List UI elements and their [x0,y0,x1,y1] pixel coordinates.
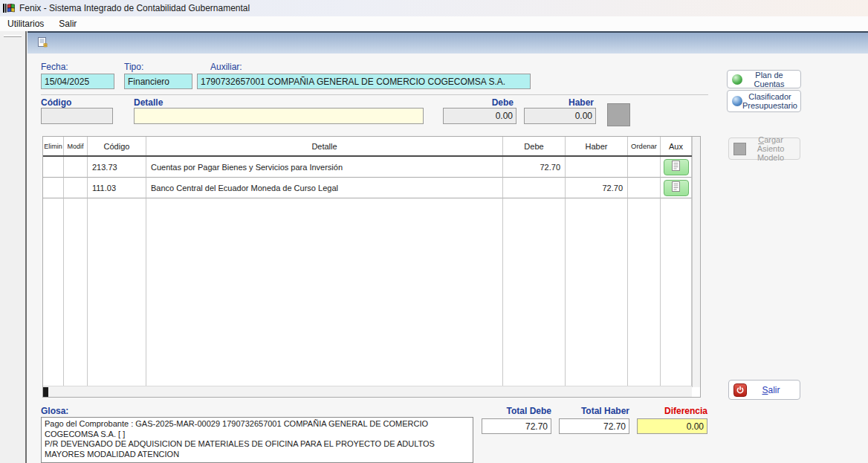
cell-modif [64,178,88,198]
auxiliar-field[interactable]: 1790732657001 COMPAÑIA GENERAL DE COMERC… [197,74,531,89]
header-detalle: Detalle [146,137,503,155]
document-icon [672,181,680,194]
glosa-line1: Pago del Comprobante : GAS-2025-MAR-0002… [45,419,470,439]
cell-codigo: 111.03 [88,178,146,198]
cell-ordenar [628,157,661,178]
copy-document-icon [36,36,49,51]
codigo-input[interactable] [41,108,113,124]
total-debe-label: Total Debe [482,406,551,416]
auxiliar-label: Auxiliar: [210,62,242,72]
copy-document-button[interactable] [33,34,51,52]
glosa-textarea[interactable]: Pago del Comprobante : GAS-2025-MAR-0002… [41,417,473,463]
debe-input[interactable]: 0.00 [443,108,516,124]
green-sphere-icon [732,74,742,85]
codigo-label: Código [41,97,71,108]
plan-de-cuentas-button[interactable]: Plan de Cuentas [727,70,801,88]
menu-salir[interactable]: Salir [51,17,84,30]
cell-modif [64,157,88,178]
table-row[interactable]: 111.03 Banco Central del Ecuador Moneda … [43,178,692,198]
salir-button[interactable]: Salir [728,380,800,400]
vertical-scrollbar[interactable] [692,137,700,387]
cell-debe: 72.70 [503,157,566,178]
app-icon [3,2,15,14]
cell-ordenar [628,178,661,198]
cargar-underline: C [758,135,764,144]
divider [41,94,708,95]
fecha-label: Fecha: [41,62,68,72]
cell-codigo: 213.73 [88,157,146,178]
splitter-grip-icon[interactable] [4,35,22,37]
cell-aux [661,157,692,178]
cell-elimin [43,178,64,198]
tipo-field[interactable]: Financiero [124,74,192,89]
detalle-input[interactable] [134,108,424,124]
header-codigo: Código [88,137,146,155]
clasificador-label-line1: Clasificador [748,92,791,101]
cell-detalle: Cuentas por Pagar Bienes y Servicios par… [146,157,503,178]
power-icon [733,383,747,397]
horizontal-scrollbar[interactable] [43,386,692,397]
grid-header-row: Elimin Modif Código Detalle Debe Haber O… [43,137,692,157]
header-elimin: Elimin [43,137,64,155]
header-modif: Modif [64,137,88,155]
table-row[interactable]: 213.73 Cuentas por Pagar Bienes y Servic… [43,157,692,178]
menu-bar: Utilitarios Salir [0,16,868,31]
header-ordenar: Ordenar [628,137,661,155]
cell-aux [661,178,692,198]
add-line-button[interactable] [607,103,630,126]
window-title: Fenix - Sistema Integrado de Contabilida… [19,3,250,13]
glosa-label: Glosa: [41,406,68,416]
cargar-asiento-modelo-button[interactable]: Cargar Asiento Modelo [728,137,800,160]
grid-empty-area [43,198,692,386]
cell-debe [503,178,566,198]
detalle-label: Detalle [134,97,163,108]
cell-haber: 72.70 [566,178,628,198]
total-haber-label: Total Haber [559,406,629,416]
gray-square-icon [733,143,746,155]
journal-lines-grid: Elimin Modif Código Detalle Debe Haber O… [42,136,701,398]
clasificador-presupuestario-button[interactable]: Clasificador Presupuestario [727,90,801,112]
total-haber-field: 72.70 [559,418,629,434]
cargar-label-line2: Modelo [757,153,784,162]
toolbar [27,31,868,54]
scrollbar-thumb[interactable] [43,387,48,397]
application-window: Fenix - Sistema Integrado de Contabilida… [0,0,868,463]
blue-sphere-icon [732,96,742,106]
diferencia-label: Diferencia [637,406,707,416]
aux-detail-button[interactable] [664,180,689,196]
diferencia-field: 0.00 [637,418,707,434]
plan-de-cuentas-label: Plan de Cuentas [742,71,796,88]
header-aux: Aux [661,137,692,155]
tipo-label: Tipo: [124,62,143,72]
total-debe-field: 72.70 [482,418,551,434]
salir-label: alir [768,385,780,395]
cell-detalle: Banco Central del Ecuador Moneda de Curs… [146,178,503,198]
fecha-field[interactable]: 15/04/2025 [41,74,114,89]
haber-label: Haber [524,97,594,108]
cell-elimin [43,157,64,178]
salir-underline: S [762,385,768,395]
aux-detail-button[interactable] [664,159,689,175]
clasificador-label-line2: Presupuestario [742,101,797,110]
document-icon [672,161,680,173]
glosa-line2: P/R DEVENGADO DE ADQUISICION DE MATERIAL… [45,439,470,459]
cell-haber [566,157,628,178]
menu-utilitarios[interactable]: Utilitarios [0,17,51,30]
header-haber: Haber [566,137,628,155]
title-bar: Fenix - Sistema Integrado de Contabilida… [0,0,868,16]
debe-label: Debe [443,97,514,108]
left-dock-panel [0,31,27,463]
haber-input[interactable]: 0.00 [524,108,596,124]
header-debe: Debe [503,137,566,155]
